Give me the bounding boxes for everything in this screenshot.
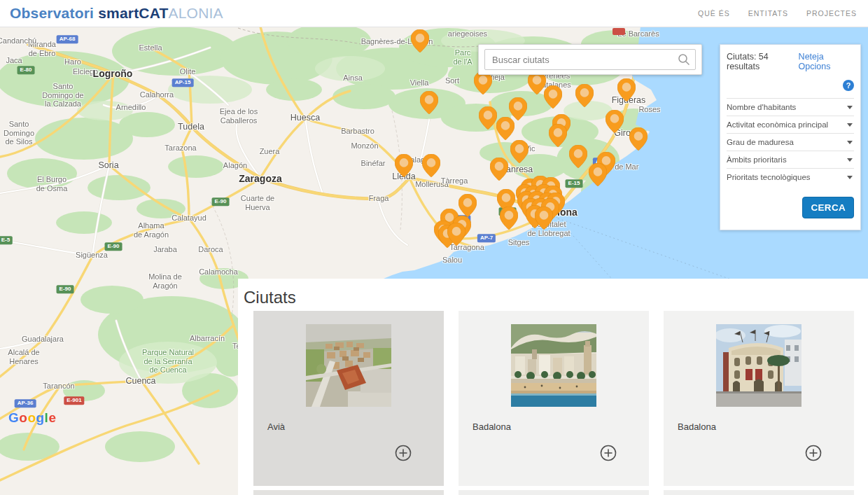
map-place-label: Parc de l'A <box>453 48 472 66</box>
map-place-label: Jaraba <box>153 245 177 254</box>
map-marker-pin[interactable] <box>500 207 518 230</box>
map-marker-pin[interactable] <box>490 158 508 181</box>
dropdown-label: Àmbits prioritaris <box>727 155 787 164</box>
city-card-avia[interactable]: Avià <box>253 311 444 486</box>
help-icon[interactable]: ? <box>843 80 854 91</box>
dropdown-label: Activitat econòmica principal <box>727 120 828 129</box>
filter-panel: Ciutats: 54 resultats Neteja Opcions ? N… <box>720 44 861 230</box>
map-place-label: Alcalá de Henares <box>8 348 39 365</box>
city-name: Badalona <box>678 421 716 432</box>
map-marker-pin[interactable] <box>544 85 562 109</box>
filter-dropdown-tecnologiques[interactable]: Prioritats tecnològiques <box>727 168 854 186</box>
map-place-label: Tàrrega <box>441 176 468 186</box>
add-city-icon[interactable] <box>805 445 822 461</box>
map-place-label: ariegeoises <box>448 29 487 39</box>
nav-que-es[interactable]: QUÈ ÉS <box>698 9 730 18</box>
road-shield: E-80 <box>18 66 35 74</box>
map-place-label: Tarancón <box>43 382 74 391</box>
map-place-label: Albarracín <box>190 334 225 343</box>
map-place-label: Barbastro <box>341 127 374 136</box>
map-place-label: Zuera <box>260 147 280 156</box>
map-marker-pin[interactable] <box>569 145 587 168</box>
map-place-label: Huesca <box>290 113 320 123</box>
map-marker-pin[interactable] <box>535 207 553 230</box>
chevron-down-icon <box>847 158 853 162</box>
map-place-label: Candanchú <box>0 36 36 46</box>
next-row-card-peek[interactable] <box>458 490 649 495</box>
map-place-label: Molina de Aragón <box>148 272 182 290</box>
map-place-label: Binéfar <box>361 159 386 168</box>
nav-entitats[interactable]: ENTITATS <box>748 9 788 18</box>
city-card-badalona-2[interactable]: Badalona <box>664 311 854 486</box>
site-logo[interactable]: Observatori smartCATALONIA <box>10 5 223 22</box>
map-place-label: Estella <box>139 43 162 53</box>
map-marker-pin[interactable] <box>420 91 438 114</box>
map-place-label: Calatayud <box>172 214 206 223</box>
header: Observatori smartCATALONIA QUÈ ÉS ENTITA… <box>0 0 868 27</box>
map-marker-pin[interactable] <box>479 106 497 130</box>
map-marker-pin[interactable] <box>549 124 567 147</box>
nav-projectes[interactable]: PROJECTES <box>806 9 857 18</box>
city-photo <box>511 324 596 407</box>
map-place-label: Soria <box>98 160 118 170</box>
map-marker-pin[interactable] <box>447 223 465 246</box>
map-marker-pin[interactable] <box>617 78 636 102</box>
filter-dropdown-ambits[interactable]: Àmbits prioritaris <box>727 151 854 168</box>
logo-part-alonia: ALONIA <box>169 5 223 21</box>
map-place-label: El Burgo de Osma <box>36 175 68 193</box>
filter-dropdown-maduresa[interactable]: Grau de maduresa <box>727 133 854 151</box>
map-marker-pin[interactable] <box>496 117 514 140</box>
road-shield: E-15 <box>566 179 583 188</box>
road-shield: E-5 <box>0 236 13 244</box>
map-place-label: Viella <box>410 78 429 88</box>
map-marker-pin[interactable] <box>606 110 624 133</box>
map-place-label: Arnedillo <box>116 103 146 112</box>
map-place-label: Logroño <box>93 68 133 79</box>
map-marker-pin[interactable] <box>395 154 413 177</box>
map-place-label: Roses <box>638 105 660 114</box>
road-shield: E-901 <box>64 396 84 405</box>
map-marker-pin[interactable] <box>510 140 528 163</box>
add-city-icon[interactable] <box>395 445 412 461</box>
city-name: Badalona <box>472 421 511 432</box>
map-place-label: Jaca <box>6 56 22 65</box>
map-place-label: Tarazona <box>164 144 196 153</box>
cities-title: Ciutats <box>238 279 868 307</box>
cities-section: Ciutats <box>238 279 868 495</box>
road-shield: AP-7 <box>477 234 496 242</box>
map-marker-pin[interactable] <box>575 84 594 107</box>
map-place-label: Alagón <box>223 161 247 170</box>
main-nav: QUÈ ÉS ENTITATS PROJECTES <box>698 9 857 18</box>
map-place-label: Salou <box>442 256 462 265</box>
map-place-label: Calahorra <box>140 90 174 99</box>
map-marker-pin[interactable] <box>589 163 607 186</box>
map-place-label: Sort <box>445 76 459 85</box>
map-marker-pin[interactable] <box>422 154 440 177</box>
map-marker-pin[interactable] <box>458 194 477 217</box>
next-row-card-peek[interactable] <box>664 490 854 495</box>
clear-options-link[interactable]: Neteja Opcions <box>799 52 854 71</box>
road-shield: AP-15 <box>172 78 194 87</box>
map-marker-pin[interactable] <box>411 29 429 53</box>
road-shield: AP-36 <box>15 399 36 407</box>
cerca-button[interactable]: CERCA <box>802 197 854 218</box>
filter-dropdown-habitants[interactable]: Nombre d'habitants <box>727 98 854 116</box>
search-input[interactable] <box>484 49 696 70</box>
map-place-label: Alhama de Aragón <box>134 221 169 239</box>
google-logo[interactable]: Google <box>8 410 56 426</box>
dropdown-label: Nombre d'habitants <box>727 103 796 111</box>
add-city-icon[interactable] <box>600 445 617 461</box>
chevron-down-icon <box>847 123 853 127</box>
map-place-label: Ejea de los Caballeros <box>220 107 258 125</box>
search-icon[interactable] <box>678 53 690 66</box>
map-place-label: Daroca <box>198 245 223 254</box>
map-place-label: Santo Domingo de la Calzada <box>42 82 83 109</box>
map-place-label: Zaragoza <box>239 173 281 184</box>
map-place-label: Ainsa <box>343 74 363 83</box>
logo-part-smartcat: smartCAT <box>98 5 168 21</box>
filter-dropdown-activitat[interactable]: Activitat econòmica principal <box>727 116 854 133</box>
map-marker-pin[interactable] <box>629 127 648 151</box>
next-row-card-peek[interactable] <box>253 490 444 495</box>
city-card-badalona-1[interactable]: Badalona <box>458 311 649 486</box>
city-cards: Avià <box>253 311 854 486</box>
